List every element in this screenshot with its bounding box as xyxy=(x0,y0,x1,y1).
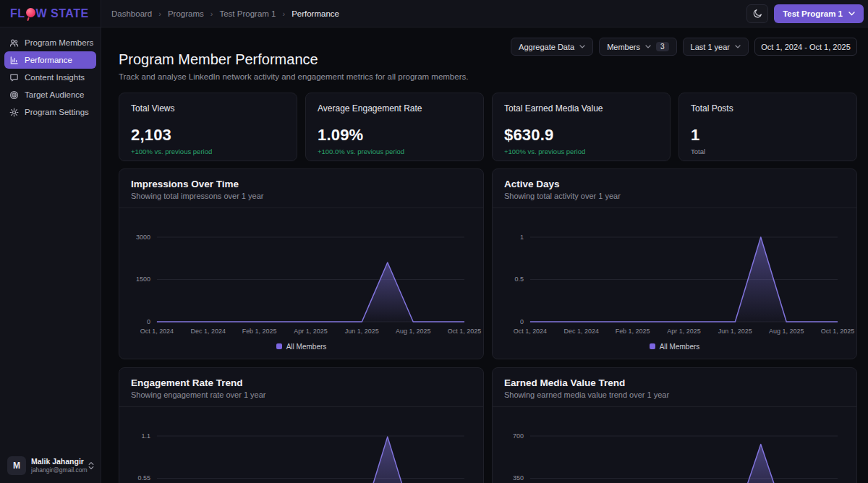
stat-label: Total Posts xyxy=(691,103,845,114)
moon-icon xyxy=(753,9,762,18)
user-meta: Malik Jahangir jahangir@gmail.com xyxy=(31,457,82,474)
chart-card-impressions: Impressions Over Time Showing total impr… xyxy=(119,168,484,359)
gear-icon xyxy=(9,108,19,117)
program-selector-button[interactable]: Test Program 1 xyxy=(774,4,864,23)
svg-text:0.5: 0.5 xyxy=(514,275,523,283)
breadcrumb: Dashboard › Programs › Test Program 1 › … xyxy=(111,9,339,18)
sidebar-item-content-insights[interactable]: Content Insights xyxy=(4,69,96,86)
legend-label: All Members xyxy=(286,343,327,351)
members-count-badge: 3 xyxy=(656,42,669,51)
chevron-down-icon xyxy=(735,45,741,48)
stat-label: Average Engagement Rate xyxy=(318,103,472,114)
sidebar-item-label: Performance xyxy=(25,56,72,64)
svg-text:1500: 1500 xyxy=(136,275,150,283)
page-title: Program Member Performance xyxy=(119,51,468,68)
members-select[interactable]: Members 3 xyxy=(599,38,676,56)
stat-value: 1.09% xyxy=(318,126,472,145)
stat-value: 1 xyxy=(691,126,845,145)
top-bar: FLW STATE Dashboard › Programs › Test Pr… xyxy=(0,0,868,27)
svg-text:Dec 1, 2024: Dec 1, 2024 xyxy=(564,328,599,335)
theme-toggle-button[interactable] xyxy=(746,4,768,23)
svg-text:Aug 1, 2025: Aug 1, 2025 xyxy=(769,328,804,335)
aggregate-data-select[interactable]: Aggregate Data xyxy=(511,38,593,56)
svg-text:0: 0 xyxy=(520,318,524,325)
stat-value: 2,103 xyxy=(131,126,285,145)
sidebar-item-target-audience[interactable]: Target Audience xyxy=(4,86,96,103)
active-days-area-chart[interactable]: 10.50Oct 1, 2024Dec 1, 2024Feb 1, 2025Ap… xyxy=(493,214,856,338)
time-range-label: Last 1 year xyxy=(691,43,730,51)
chart-card-earned-media-value: Earned Media Value Trend Showing earned … xyxy=(492,367,857,483)
sidebar-item-label: Program Members xyxy=(25,38,93,47)
logo[interactable]: FLW STATE xyxy=(0,0,101,27)
svg-text:0: 0 xyxy=(147,318,150,325)
date-range-input[interactable]: Oct 1, 2024 - Oct 1, 2025 xyxy=(754,38,857,56)
user-name: Malik Jahangir xyxy=(31,457,82,466)
sidebar-item-performance[interactable]: Performance xyxy=(4,51,96,69)
stat-label: Total Views xyxy=(131,103,285,114)
chevron-down-icon xyxy=(579,45,585,48)
svg-text:3000: 3000 xyxy=(136,234,150,241)
program-selector-label: Test Program 1 xyxy=(783,9,843,18)
users-icon xyxy=(9,38,19,48)
svg-text:700: 700 xyxy=(513,432,524,440)
earned-media-value-area-chart[interactable]: 7003500Oct 1, 2024Dec 1, 2024Feb 1, 2025… xyxy=(493,413,856,483)
aggregate-data-label: Aggregate Data xyxy=(519,43,574,51)
sidebar-item-label: Content Insights xyxy=(25,73,85,82)
chart-legend: All Members xyxy=(119,338,483,354)
svg-text:Jun 1, 2025: Jun 1, 2025 xyxy=(345,328,379,335)
user-menu[interactable]: M Malik Jahangir jahangir@gmail.com xyxy=(0,450,101,483)
impressions-area-chart[interactable]: 300015000Oct 1, 2024Dec 1, 2024Feb 1, 20… xyxy=(119,214,483,338)
svg-text:Apr 1, 2025: Apr 1, 2025 xyxy=(667,328,700,335)
sidebar-item-program-settings[interactable]: Program Settings xyxy=(4,103,96,121)
svg-text:350: 350 xyxy=(513,474,524,482)
chart-subtitle: Showing total activity over 1 year xyxy=(504,192,845,200)
stat-card-total-posts: Total Posts 1 Total xyxy=(678,93,857,161)
logo-orb-icon xyxy=(26,8,35,17)
legend-swatch-icon xyxy=(276,343,282,349)
logo-text-post: W STATE xyxy=(36,7,89,20)
chart-header: Active Days Showing total activity over … xyxy=(493,169,856,208)
time-range-select[interactable]: Last 1 year xyxy=(683,38,749,56)
chart-card-engagement-rate: Engagement Rate Trend Showing engagement… xyxy=(119,367,484,483)
breadcrumb-test-program[interactable]: Test Program 1 xyxy=(219,9,276,18)
page-subtitle: Track and analyse LinkedIn network activ… xyxy=(119,72,468,81)
target-icon xyxy=(9,90,19,100)
svg-text:0.55: 0.55 xyxy=(137,474,150,482)
bar-chart-icon xyxy=(9,56,19,65)
chart-subtitle: Showing total impressons over 1 year xyxy=(131,192,472,200)
engagement-rate-area-chart[interactable]: 1.10.550Oct 1, 2024Dec 1, 2024Feb 1, 202… xyxy=(119,413,483,483)
stat-label: Total Earned Media Value xyxy=(504,103,658,114)
breadcrumb-dashboard[interactable]: Dashboard xyxy=(111,9,152,18)
chart-title: Engagement Rate Trend xyxy=(131,377,472,388)
svg-text:Apr 1, 2025: Apr 1, 2025 xyxy=(294,328,327,335)
svg-text:Feb 1, 2025: Feb 1, 2025 xyxy=(616,328,650,335)
sidebar: Program Members Performance Content Insi… xyxy=(0,27,101,483)
svg-text:Oct 1, 2024: Oct 1, 2024 xyxy=(514,328,547,335)
svg-text:Oct 1, 2025: Oct 1, 2025 xyxy=(821,328,854,335)
chart-title: Impressions Over Time xyxy=(131,179,472,189)
chevron-up-down-icon xyxy=(88,461,95,470)
chart-header: Impressions Over Time Showing total impr… xyxy=(119,169,483,208)
breadcrumb-programs[interactable]: Programs xyxy=(168,9,204,18)
chart-subtitle: Showing engagement rate over 1 year xyxy=(131,390,472,399)
chevron-down-icon xyxy=(848,12,855,16)
stat-note: Total xyxy=(691,148,845,155)
stat-delta: +100% vs. previous period xyxy=(131,148,285,155)
sidebar-item-label: Program Settings xyxy=(25,108,89,116)
sidebar-item-program-members[interactable]: Program Members xyxy=(4,34,96,51)
main-content: Program Member Performance Track and ana… xyxy=(101,27,868,483)
svg-text:1: 1 xyxy=(520,234,524,241)
stat-delta: +100.0% vs. previous period xyxy=(318,148,472,155)
chart-subtitle: Showing earned media value trend over 1 … xyxy=(504,390,845,399)
stat-card-avg-engagement-rate: Average Engagement Rate 1.09% +100.0% vs… xyxy=(305,93,484,161)
chevron-down-icon xyxy=(645,45,651,48)
chart-title: Active Days xyxy=(504,179,845,189)
breadcrumb-performance: Performance xyxy=(292,9,339,18)
members-label: Members xyxy=(607,43,640,51)
stat-value: $630.9 xyxy=(504,126,658,145)
message-icon xyxy=(9,73,19,82)
svg-text:Oct 1, 2025: Oct 1, 2025 xyxy=(448,328,481,335)
svg-text:Aug 1, 2025: Aug 1, 2025 xyxy=(396,328,430,335)
chart-legend: All Members xyxy=(493,338,856,354)
chart-header: Engagement Rate Trend Showing engagement… xyxy=(119,368,483,407)
